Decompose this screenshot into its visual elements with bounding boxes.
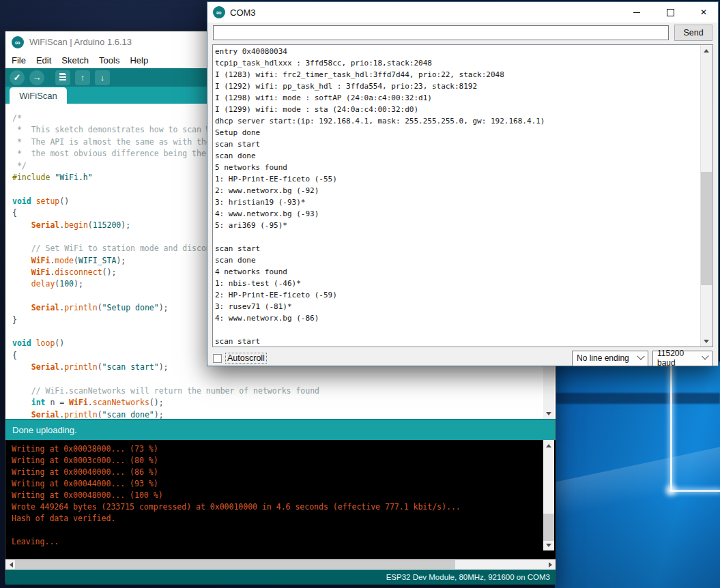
chevron-down-icon	[702, 353, 709, 360]
upload-button[interactable]: →	[29, 70, 44, 85]
serial-output-line: dhcp server start:(ip: 192.168.4.1, mask…	[215, 115, 545, 127]
wallpaper-dark-band	[555, 393, 720, 404]
console-line: Writing at 0x00038000... (73 %)	[12, 443, 461, 455]
console-line: Wrote 449264 bytes (233715 compressed) a…	[12, 501, 461, 513]
serial-output-line: scan start	[215, 243, 545, 254]
status-message: Done uploading.	[12, 425, 77, 435]
serial-output-line: 5 networks found	[215, 162, 545, 173]
console-line: Writing at 0x00040000... (86 %)	[12, 467, 461, 478]
board-info: ESP32 Dev Module, 80MHz, 921600 on COM3	[386, 573, 550, 581]
serial-output-line: scan start	[215, 336, 545, 347]
serial-output-line: entry 0x40080034	[215, 46, 545, 57]
serial-output-text: entry 0x40080034tcpip_task_hdlxxx : 3ffd…	[215, 46, 545, 347]
scroll-up-icon[interactable]	[543, 440, 554, 451]
serial-output-line: Setup done	[215, 127, 545, 138]
serial-output[interactable]: entry 0x40080034tcpip_task_hdlxxx : 3ffd…	[212, 44, 713, 347]
status-message-bar: Done uploading.	[5, 419, 556, 440]
scroll-down-icon[interactable]	[543, 408, 554, 419]
arduino-logo-icon: ∞	[12, 36, 24, 48]
close-icon: ✕	[700, 8, 707, 17]
code-line: int n = WiFi.scanNetworks();	[12, 397, 556, 409]
console-line: Writing at 0x00048000... (100 %)	[12, 490, 461, 501]
console-line: Hash of data verified.	[12, 513, 461, 525]
new-sketch-button[interactable]	[55, 70, 70, 85]
verify-button[interactable]: ✓	[10, 70, 25, 85]
desktop: ∞ WiFiScan | Arduino 1.6.13 FileEditSket…	[0, 0, 720, 588]
scroll-up-icon[interactable]	[701, 45, 712, 56]
console-horizontal-scrollbar[interactable]	[5, 559, 556, 570]
tab-wifiscan[interactable]: WiFiScan	[10, 87, 67, 104]
serial-output-line: scan done	[215, 254, 545, 266]
ide-window-title: WiFiScan | Arduino 1.6.13	[29, 37, 132, 47]
ide-statusbar: ESP32 Dev Module, 80MHz, 921600 on COM3	[5, 570, 556, 585]
serial-output-line: 4: www.networx.bg (-86)	[215, 312, 545, 324]
open-button[interactable]: ↑	[75, 70, 90, 85]
close-button[interactable]: ✕	[689, 3, 718, 23]
upload-console[interactable]: Writing at 0x00038000... (73 %)Writing a…	[5, 440, 556, 559]
wallpaper-window-vertical-line	[670, 362, 672, 491]
code-line	[12, 374, 556, 385]
arrow-up-icon: ↑	[81, 72, 85, 83]
serial-monitor-titlebar[interactable]: ∞ COM3 ✕	[207, 2, 718, 23]
serial-monitor-bottom-bar: Autoscroll No line ending 115200 baud	[207, 347, 718, 369]
autoscroll-checkbox[interactable]	[213, 354, 222, 363]
scrollbar-thumb[interactable]	[701, 172, 712, 285]
serial-input-row: Send	[207, 23, 718, 44]
menu-help[interactable]: Help	[130, 55, 148, 65]
serial-output-line: 5: ari369 (-95)*	[215, 220, 545, 231]
scroll-right-icon[interactable]	[545, 559, 556, 570]
serial-output-line: I (1298) wifi: mode : softAP (24:0a:c4:0…	[215, 92, 545, 104]
serial-output-line: 4: www.networx.bg (-93)	[215, 208, 545, 220]
serial-output-line: 3: hristian19 (-93)*	[215, 196, 545, 208]
console-scrollbar[interactable]	[543, 440, 554, 550]
arrow-right-icon: →	[33, 72, 42, 83]
minimize-button[interactable]	[622, 3, 651, 23]
serial-output-line: 2: HP-Print-EE-ficeto (-59)	[215, 289, 545, 301]
code-line: Serial.println("scan done");	[12, 409, 556, 419]
serial-output-line	[215, 231, 545, 243]
scroll-down-icon[interactable]	[701, 336, 712, 347]
serial-output-line: I (1299) wifi: mode : sta (24:0a:c4:00:3…	[215, 104, 545, 115]
save-button[interactable]: ↓	[95, 70, 110, 85]
serial-scrollbar[interactable]	[700, 45, 712, 347]
serial-output-line	[215, 324, 545, 336]
console-line: Leaving...	[12, 536, 461, 548]
send-button[interactable]: Send	[674, 25, 712, 41]
serial-output-line: I (1292) wifi: pp_task_hdl : 3ffda554, p…	[215, 80, 545, 92]
code-line: // WiFi.scanNetworks will return the num…	[12, 385, 556, 397]
line-ending-select[interactable]: No line ending	[572, 351, 648, 366]
console-line: Writing at 0x0003c000... (80 %)	[12, 455, 461, 467]
desktop-wallpaper	[555, 362, 720, 588]
menu-sketch[interactable]: Sketch	[61, 55, 89, 65]
serial-output-line: 2: www.networx.bg (-92)	[215, 185, 545, 196]
check-icon: ✓	[14, 72, 21, 83]
console-line	[12, 525, 461, 536]
serial-monitor-window: ∞ COM3 ✕ Send entry 0x40080034tcpip_task…	[207, 1, 719, 366]
serial-monitor-title: COM3	[230, 8, 618, 18]
serial-output-line: scan start	[215, 138, 545, 150]
line-ending-value: No line ending	[577, 353, 629, 363]
scroll-down-icon[interactable]	[543, 540, 554, 550]
menu-tools[interactable]: Tools	[99, 55, 119, 65]
serial-output-line: 4 networks found	[215, 266, 545, 278]
serial-input[interactable]	[213, 25, 669, 40]
scrollbar-thumb[interactable]	[15, 560, 455, 569]
baud-rate-value: 115200 baud	[657, 349, 697, 368]
serial-output-line: I (1283) wifi: frc2_timer_task_hdl:3ffd7…	[215, 69, 545, 80]
serial-output-line: 1: HP-Print-EE-ficeto (-55)	[215, 173, 545, 185]
maximize-button[interactable]	[656, 3, 685, 23]
serial-output-line: tcpip_task_hdlxxx : 3ffd58cc, prio:18,st…	[215, 57, 545, 69]
wallpaper-shading	[555, 486, 720, 588]
maximize-icon	[667, 9, 674, 16]
arrow-down-icon: ↓	[100, 72, 105, 83]
autoscroll-label[interactable]: Autoscroll	[226, 353, 266, 363]
serial-output-line: 3: rusev71 (-81)*	[215, 301, 545, 312]
console-line: Writing at 0x00044000... (93 %)	[12, 478, 461, 490]
arduino-logo-icon: ∞	[213, 6, 225, 18]
menu-edit[interactable]: Edit	[36, 55, 51, 65]
menu-file[interactable]: File	[12, 55, 26, 65]
baud-rate-select[interactable]: 115200 baud	[652, 351, 712, 366]
chevron-down-icon	[637, 353, 644, 360]
scrollbar-thumb[interactable]	[543, 514, 554, 541]
serial-output-line: 1: nbis-test (-46)*	[215, 278, 545, 289]
